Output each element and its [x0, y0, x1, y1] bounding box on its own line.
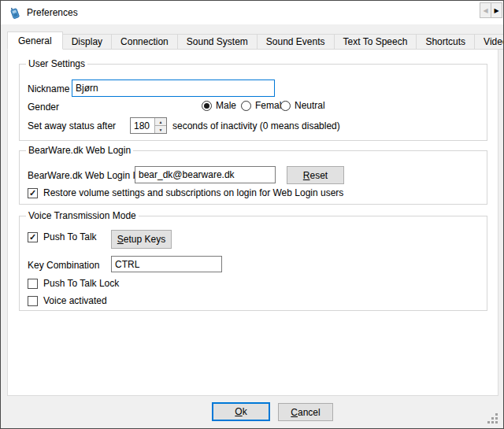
tab-sound-system[interactable]: Sound System	[177, 34, 258, 50]
away-seconds-spinner[interactable]: 180 ▲ ▼	[130, 117, 167, 134]
key-combination-input[interactable]	[111, 256, 222, 272]
radio-unselected-icon	[241, 101, 251, 111]
voice-transmission-group: Voice Transmission Mode ✓ Push To Talk S…	[19, 216, 487, 311]
window-title: Preferences	[27, 1, 78, 24]
voice-transmission-group-title: Voice Transmission Mode	[26, 210, 139, 221]
spinner-down-button[interactable]: ▼	[155, 126, 166, 133]
tab-general[interactable]: General	[7, 31, 63, 50]
away-status-label: Set away status after	[28, 120, 116, 131]
user-settings-group: User Settings Nickname Gender Male Femal…	[19, 64, 487, 141]
title-bar[interactable]: Preferences ✕	[1, 1, 503, 24]
voice-activated-checkbox[interactable]: Voice activated	[28, 295, 107, 306]
reset-button[interactable]: Reset	[287, 166, 344, 184]
general-tab-page: User Settings Nickname Gender Male Femal…	[7, 49, 498, 396]
arrow-up-icon: ▲	[159, 120, 163, 124]
web-login-id-input[interactable]	[135, 166, 276, 183]
gender-radio-neutral[interactable]: Neutral	[280, 100, 325, 111]
user-settings-group-title: User Settings	[26, 58, 87, 69]
checkbox-unchecked-icon	[28, 296, 38, 306]
chevron-right-icon: ▶	[494, 7, 498, 14]
push-to-talk-lock-checkbox[interactable]: Push To Talk Lock	[28, 278, 119, 289]
tab-text-to-speech[interactable]: Text To Speech	[334, 34, 417, 50]
tab-scroll-right-button[interactable]: ▶	[491, 2, 502, 18]
tab-bar: General Display Connection Sound System …	[7, 31, 497, 50]
push-to-talk-label: Push To Talk	[43, 231, 97, 242]
restore-volume-checkbox[interactable]: ✓ Restore volume settings and subscripti…	[28, 187, 343, 198]
nickname-label: Nickname	[28, 83, 69, 94]
radio-selected-icon	[202, 101, 212, 111]
arrow-down-icon: ▼	[159, 128, 163, 132]
gender-radio-male[interactable]: Male	[202, 100, 236, 111]
resize-grip-icon[interactable]	[487, 413, 498, 424]
key-combination-label: Key Combination	[28, 260, 99, 271]
spinner-up-button[interactable]: ▲	[155, 118, 166, 126]
preferences-dialog: Preferences ✕ General Display Connection…	[0, 0, 504, 429]
away-status-suffix-label: seconds of inactivity (0 means disabled)	[172, 120, 340, 131]
checkbox-checked-icon: ✓	[28, 188, 38, 198]
tab-scroll-buttons: ◀ ▶	[480, 2, 502, 18]
ok-button[interactable]: Ok	[212, 402, 270, 421]
web-login-id-label: BearWare.dk Web Login ID	[28, 170, 142, 181]
web-login-group-title: BearWare.dk Web Login	[26, 145, 133, 156]
tab-scroll-left-button[interactable]: ◀	[480, 2, 491, 18]
tab-connection[interactable]: Connection	[111, 34, 178, 50]
teamtalk-app-icon	[9, 6, 21, 19]
tab-video[interactable]: Video	[474, 34, 504, 50]
checkbox-unchecked-icon	[28, 279, 38, 289]
nickname-input[interactable]	[72, 80, 275, 97]
restore-volume-label: Restore volume settings and subscription…	[43, 187, 343, 198]
gender-label: Gender	[28, 102, 59, 113]
push-to-talk-checkbox[interactable]: ✓ Push To Talk	[28, 231, 97, 242]
web-login-group: BearWare.dk Web Login BearWare.dk Web Lo…	[19, 150, 487, 205]
radio-unselected-icon	[280, 101, 291, 111]
voice-activated-label: Voice activated	[43, 295, 107, 306]
spinner-buttons: ▲ ▼	[154, 118, 166, 133]
gender-male-label: Male	[216, 100, 236, 111]
cancel-button[interactable]: Cancel	[278, 403, 333, 421]
tab-sound-events[interactable]: Sound Events	[257, 34, 335, 50]
gender-neutral-label: Neutral	[295, 100, 325, 111]
setup-keys-button[interactable]: Setup Keys	[111, 230, 172, 249]
push-to-talk-lock-label: Push To Talk Lock	[43, 278, 119, 289]
tab-display[interactable]: Display	[62, 34, 112, 50]
checkbox-checked-icon: ✓	[28, 232, 38, 242]
tab-shortcuts[interactable]: Shortcuts	[416, 34, 475, 50]
chevron-left-icon: ◀	[483, 7, 487, 14]
away-seconds-value: 180	[131, 118, 154, 133]
